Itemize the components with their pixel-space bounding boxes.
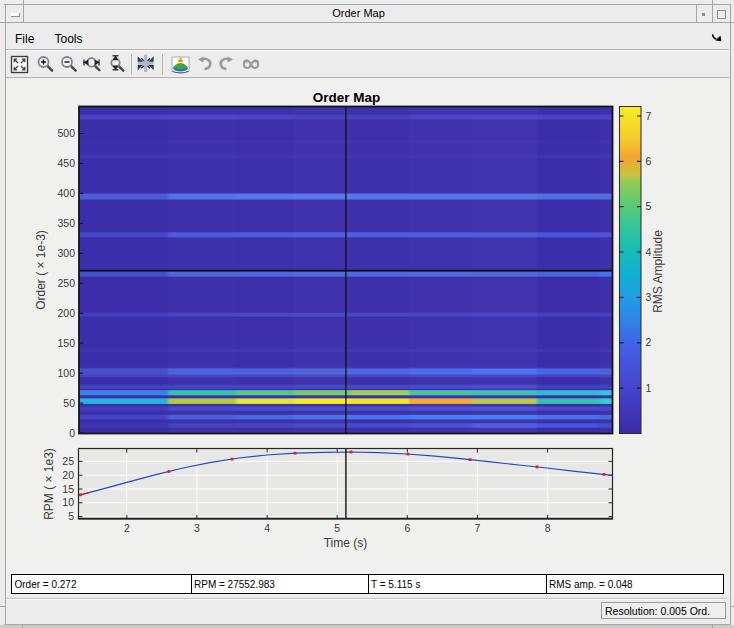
svg-text:10: 10 — [62, 496, 74, 508]
svg-text:100: 100 — [57, 367, 75, 379]
svg-text:Order Map: Order Map — [313, 90, 381, 105]
svg-text:250: 250 — [57, 277, 75, 289]
svg-text:7: 7 — [646, 110, 652, 122]
svg-text:RPM ( × 1e3): RPM ( × 1e3) — [42, 448, 56, 520]
svg-text:150: 150 — [57, 337, 75, 349]
svg-text:0: 0 — [69, 427, 75, 439]
svg-text:350: 350 — [57, 217, 75, 229]
svg-text:300: 300 — [57, 247, 75, 259]
svg-text:400: 400 — [57, 187, 75, 199]
svg-text:7: 7 — [474, 522, 480, 534]
svg-text:450: 450 — [57, 157, 75, 169]
svg-text:Order ( × 1e-3): Order ( × 1e-3) — [34, 230, 48, 310]
svg-text:8: 8 — [545, 522, 551, 534]
svg-text:6: 6 — [404, 522, 410, 534]
svg-text:3: 3 — [194, 522, 200, 534]
svg-text:200: 200 — [57, 307, 75, 319]
svg-text:2: 2 — [646, 336, 652, 348]
svg-text:4: 4 — [264, 522, 270, 534]
svg-text:2: 2 — [124, 522, 130, 534]
svg-text:Time (s): Time (s) — [324, 536, 368, 550]
svg-text:15: 15 — [62, 483, 74, 495]
svg-text:5: 5 — [334, 522, 340, 534]
svg-text:1: 1 — [646, 382, 652, 394]
svg-text:50: 50 — [63, 397, 75, 409]
svg-text:5: 5 — [646, 200, 652, 212]
svg-text:20: 20 — [62, 469, 74, 481]
svg-text:RMS Amplitude: RMS Amplitude — [651, 230, 665, 313]
svg-text:25: 25 — [62, 455, 74, 467]
svg-text:500: 500 — [57, 127, 75, 139]
svg-text:6: 6 — [646, 155, 652, 167]
svg-text:5: 5 — [68, 510, 74, 522]
